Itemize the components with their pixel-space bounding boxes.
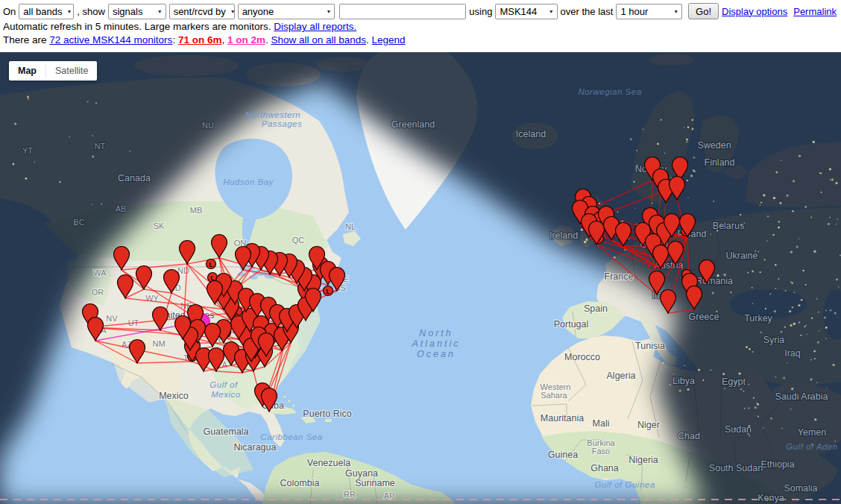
map-label: Yemen: [798, 427, 827, 438]
map-label: RR: [344, 490, 356, 499]
status-line-1: Automatic refresh in 5 minutes. Large ma…: [0, 20, 841, 34]
map-label: Chad: [678, 431, 700, 441]
map-label: Turkey: [744, 313, 772, 324]
map-label: Finland: [705, 157, 735, 168]
map-label: Faso: [592, 447, 610, 456]
map-label: Ocean: [417, 349, 456, 359]
show-all-bands-link[interactable]: Show all on all bands: [271, 34, 366, 45]
monitors-6m-link[interactable]: 71 on 6m: [178, 34, 222, 45]
map-label: Sweden: [697, 140, 731, 151]
go-button[interactable]: Go!: [688, 3, 719, 19]
map-label: Caribbean Sea: [260, 432, 322, 441]
chevron-down-icon: ▼: [157, 9, 163, 14]
map-label: Ukraine: [725, 251, 757, 261]
map-label: Hudson Bay: [223, 177, 274, 186]
map-label: Mexico: [211, 390, 241, 399]
report-marker[interactable]: L: [324, 286, 333, 296]
map-label: NM: [152, 339, 165, 348]
there-are-text: There are: [3, 34, 49, 45]
map-label: Portugal: [554, 319, 589, 330]
map-label: Guinea: [548, 450, 578, 460]
permalink-link[interactable]: Permalink: [793, 6, 837, 17]
map-label: Canada: [118, 173, 151, 183]
map-label: Nicaragua: [234, 442, 277, 453]
map-label: Romania: [696, 276, 733, 286]
map-label: Gulf of Aden: [786, 442, 838, 451]
satellite-view-button[interactable]: Satellite: [46, 61, 97, 81]
map-label: Gulf of Guinea: [594, 480, 655, 489]
display-options-link[interactable]: Display options: [722, 6, 787, 17]
map-label: AB: [116, 204, 127, 213]
map-container[interactable]: Norwegian SeaNorthwesternPassagesHudson …: [0, 52, 841, 504]
world-map[interactable]: Norwegian SeaNorthwesternPassagesHudson …: [0, 52, 841, 504]
map-label: Puerto Rico: [303, 409, 351, 419]
map-label: Ireland: [549, 230, 578, 241]
map-label: Libya: [673, 376, 695, 386]
map-label: South Sudan: [709, 463, 763, 473]
report-marker[interactable]: L: [207, 259, 216, 269]
map-label: Somalia: [784, 483, 817, 494]
query-controls-row: On all bands▼ , show signals▼ sent/rcvd …: [0, 0, 841, 20]
map-view-button[interactable]: Map: [9, 61, 45, 81]
toolbar-links: Display options Permalink: [722, 6, 838, 17]
map-label: Niger: [637, 420, 660, 430]
band-select[interactable]: all bands▼: [19, 4, 74, 19]
chevron-down-icon: ▼: [326, 9, 331, 14]
map-label: NT: [95, 142, 106, 151]
map-label: Northwestern: [245, 110, 300, 119]
map-label: SK: [154, 221, 165, 230]
active-monitors-link[interactable]: 72 active MSK144 monitors: [49, 34, 172, 45]
colon-text: :: [172, 34, 178, 45]
period-text-2: .: [366, 34, 372, 45]
mode-select[interactable]: MSK144▼: [495, 4, 557, 19]
map-label: WA: [93, 268, 107, 277]
map-label: Gulf of: [210, 380, 239, 389]
map-label: Morocco: [564, 352, 600, 362]
map-label: Syria: [763, 335, 785, 345]
using-label: using: [469, 6, 492, 17]
map-label: MB: [190, 206, 203, 215]
signals-select[interactable]: signals▼: [108, 4, 166, 19]
display-all-reports-link[interactable]: Display all reports.: [274, 21, 356, 32]
monitors-2m-link[interactable]: 1 on 2m: [227, 34, 265, 45]
time-range-select[interactable]: 1 hour▼: [616, 4, 682, 19]
map-label: Iraq: [784, 348, 801, 359]
callsign-input[interactable]: [339, 4, 466, 19]
map-label: Iceland: [516, 129, 546, 139]
map-label: Suriname: [355, 478, 395, 488]
status-line-2: There are 72 active MSK144 monitors: 71 …: [0, 34, 841, 47]
map-label: Ghana: [590, 463, 619, 473]
map-label: Sahara: [541, 391, 567, 400]
pskreporter-page: On all bands▼ , show signals▼ sent/rcvd …: [0, 0, 841, 504]
map-label: Saudi Arabia: [775, 391, 828, 402]
map-label: AP: [384, 491, 395, 500]
sent-rcvd-select[interactable]: sent/rcvd by▼: [169, 4, 235, 19]
map-label: NU: [202, 121, 214, 130]
show-label: , show: [77, 6, 105, 17]
map-label: Venezuela: [307, 458, 350, 468]
map-label: Belarus: [713, 221, 744, 231]
anyone-select[interactable]: anyone▼: [238, 4, 336, 19]
map-label: Norwegian Sea: [578, 87, 641, 96]
map-label: Tunisia: [635, 341, 665, 351]
legend-link[interactable]: Legend: [372, 34, 406, 45]
map-label: North: [419, 328, 453, 338]
map-label: Greenland: [391, 119, 435, 130]
map-label: Sudan: [725, 424, 752, 435]
map-label: BC: [73, 218, 84, 227]
comma-text: ,: [221, 34, 227, 45]
map-label: Guatemala: [203, 426, 248, 437]
svg-text:L: L: [209, 261, 213, 268]
map-label: NV: [106, 314, 118, 323]
map-label: YT: [22, 146, 33, 155]
refresh-status-text: Automatic refresh in 5 minutes. Large ma…: [3, 21, 274, 32]
toolbar: On all bands▼ , show signals▼ sent/rcvd …: [0, 0, 841, 52]
chevron-down-icon: ▼: [66, 9, 72, 14]
map-label: Greece: [689, 312, 719, 322]
map-label: Atlantic: [412, 338, 461, 349]
map-label: ND: [177, 266, 189, 275]
chevron-down-icon: ▼: [549, 9, 554, 14]
over-last-label: over the last: [561, 6, 614, 17]
map-label: Guyana: [345, 468, 378, 479]
map-label: Kenya: [757, 493, 784, 503]
